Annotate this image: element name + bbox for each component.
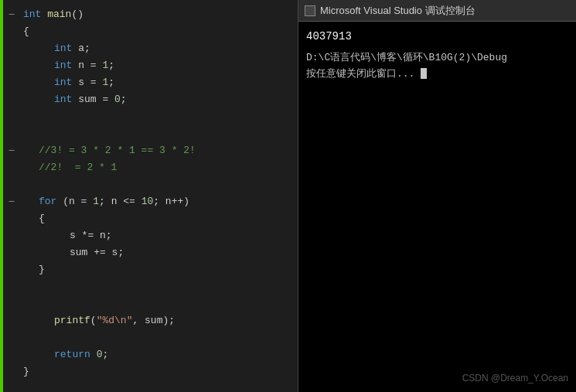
collapse-icon-1[interactable]: − (9, 6, 15, 23)
console-panel: Microsoft Visual Studio 调试控制台 4037913 D:… (298, 0, 576, 392)
console-watermark: CSDN @Dream_Y.Ocean (462, 371, 568, 386)
code-line-20 (0, 329, 298, 346)
code-line-3: int a; (0, 40, 298, 57)
code-line-12: − for (n = 1; n <= 10; n++) (0, 193, 298, 210)
gutter-12: − (3, 193, 20, 210)
line-body-1: int main() (20, 6, 84, 23)
code-line-4: int n = 1; (0, 57, 298, 74)
line-body-4: int n = 1; (20, 57, 114, 74)
code-line-7 (0, 108, 298, 125)
gutter-1: − (3, 6, 20, 23)
code-content: − int main() { int a; int n = 1; int s =… (0, 0, 298, 387)
console-output-number: 4037913 (306, 28, 568, 46)
line-body-13: { (20, 210, 45, 227)
code-line-8 (0, 125, 298, 142)
line-body-16: } (20, 261, 45, 278)
console-cursor (421, 68, 427, 79)
line-body-19: printf("%d\n", sum); (20, 312, 175, 329)
code-editor: − int main() { int a; int n = 1; int s =… (0, 0, 298, 392)
console-window-icon (305, 5, 315, 16)
code-line-18 (0, 295, 298, 312)
line-body-9: //3! = 3 * 2 * 1 == 3 * 2! (20, 142, 196, 159)
gutter-9: − (3, 142, 20, 159)
code-line-15: sum += s; (0, 244, 298, 261)
code-line-10: //2! = 2 * 1 (0, 159, 298, 176)
line-body-10: //2! = 2 * 1 (20, 159, 117, 176)
console-body: 4037913 D:\C语言代码\博客\循环\B10G(2)\Debug 按任意… (298, 22, 576, 392)
line-body-2: { (20, 23, 29, 40)
line-body-14: s *= n; (20, 227, 112, 244)
console-titlebar: Microsoft Visual Studio 调试控制台 (298, 0, 576, 22)
collapse-icon-12[interactable]: − (9, 193, 15, 210)
line-body-12: for (n = 1; n <= 10; n++) (20, 193, 189, 210)
code-line-11 (0, 176, 298, 193)
line-body-5: int s = 1; (20, 74, 114, 91)
code-line-13: { (0, 210, 298, 227)
line-body-21: return 0; (20, 346, 108, 363)
code-line-22: } (0, 363, 298, 380)
code-line-14: s *= n; (0, 227, 298, 244)
console-hint-line: 按任意键关闭此窗口... (306, 66, 568, 83)
code-line-21: return 0; (0, 346, 298, 363)
code-line-19: printf("%d\n", sum); (0, 312, 298, 329)
kw-int: int (23, 9, 41, 20)
console-path-line: D:\C语言代码\博客\循环\B10G(2)\Debug (306, 50, 568, 66)
line-body-6: int sum = 0; (20, 91, 127, 108)
code-line-1: − int main() (0, 6, 298, 23)
code-line-16: } (0, 261, 298, 278)
line-body-3: int a; (20, 40, 90, 57)
collapse-icon-9[interactable]: − (9, 142, 15, 159)
console-title: Microsoft Visual Studio 调试控制台 (320, 4, 475, 18)
code-line-6: int sum = 0; (0, 91, 298, 108)
line-body-15: sum += s; (20, 244, 124, 261)
code-line-2: { (0, 23, 298, 40)
line-body-22: } (20, 363, 29, 380)
code-line-9: − //3! = 3 * 2 * 1 == 3 * 2! (0, 142, 298, 159)
code-line-17 (0, 278, 298, 295)
code-line-5: int s = 1; (0, 74, 298, 91)
